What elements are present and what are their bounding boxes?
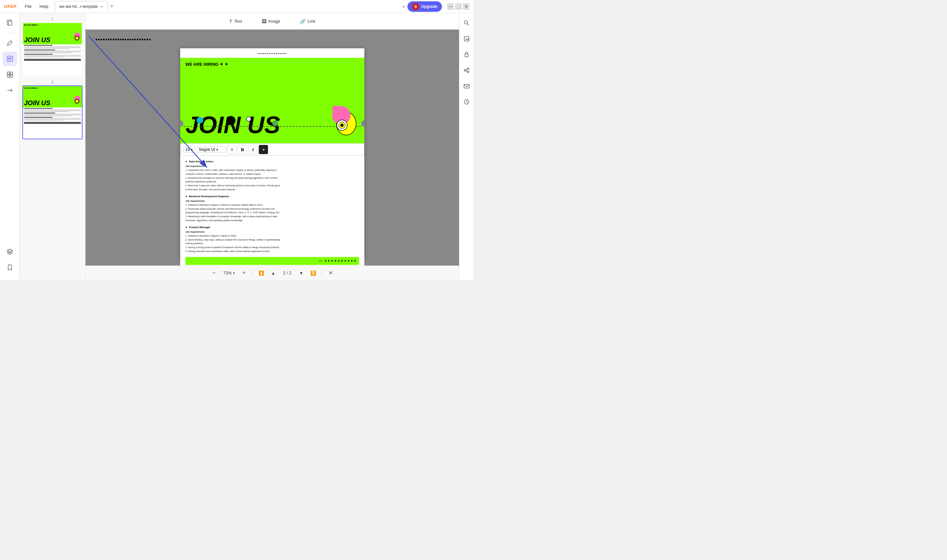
svg-line-29 <box>466 71 467 72</box>
sidebar-item-edit[interactable] <box>3 52 17 66</box>
font-size-dropdown-icon: ▾ <box>191 148 193 151</box>
svg-line-28 <box>466 69 467 70</box>
text-align-button[interactable]: ≡ <box>227 145 236 154</box>
right-sidebar-history[interactable] <box>459 95 474 109</box>
svg-rect-6 <box>7 72 9 74</box>
next-page-button[interactable]: ▼ <box>297 269 306 278</box>
section3-title[interactable]: Product Manager <box>185 225 359 229</box>
zoom-dropdown-icon: ▾ <box>233 271 235 275</box>
zoom-in-button[interactable]: + <box>239 269 249 278</box>
left-sidebar <box>0 13 20 280</box>
toolbar-text-item[interactable]: T Text <box>225 17 246 26</box>
section3-sublabel: Job requirements <box>185 230 359 234</box>
toolbar-link-item[interactable]: 🔗 Link <box>295 17 320 26</box>
prev-page-button[interactable]: ▲ <box>269 269 278 278</box>
sidebar-item-pages[interactable] <box>3 16 17 30</box>
maximize-button[interactable]: ⬜ <box>455 3 462 10</box>
upgrade-button[interactable]: B Upgrade <box>407 1 442 12</box>
menu-help[interactable]: Help <box>35 0 52 13</box>
close-window-button[interactable]: ✕ <box>463 3 470 10</box>
font-family-value: Segoe UI <box>199 147 215 152</box>
svg-point-27 <box>467 71 469 73</box>
section3-line-5: 4. Strong execution and coordination ski… <box>185 250 359 253</box>
italic-button[interactable]: I <box>248 145 257 154</box>
section1-line-1: 1. Graduated from 2024 or later, with a … <box>185 169 359 172</box>
titlebar-right: ▾ B Upgrade — ⬜ ✕ <box>403 1 473 12</box>
section1-title[interactable]: Data Science Intern <box>185 160 359 163</box>
thumbnail-panel: 1 WE ARE HIRING ✦ JOIN US <box>20 13 86 280</box>
text-edit-toolbar: 10 ▾ Segoe UI ▾ ≡ B I ▾ <box>180 143 364 156</box>
dropdown-chevron-icon[interactable]: ▾ <box>403 4 405 9</box>
page-2-thumbnail[interactable]: WE ARE HIRING ✦ JOIN US <box>22 85 83 139</box>
section3-line-1: 1. Obtained a bachelor's degree or above… <box>185 234 359 238</box>
right-sidebar-ocr[interactable]: Aa <box>459 32 474 46</box>
section1-line-5: 3. More than 3 days per week, with an in… <box>185 184 359 187</box>
right-sidebar-search[interactable] <box>459 16 474 30</box>
first-page-button[interactable]: ⏫ <box>257 269 266 278</box>
section2-line-1: 1. Obtained a bachelor's degree or above… <box>185 203 359 207</box>
zoom-out-button[interactable]: − <box>209 269 219 278</box>
section2-title[interactable]: Backend Development Engineer <box>185 195 359 198</box>
tab-document[interactable]: we-are-hir...r-template × <box>55 1 108 12</box>
text-tool-label: Text <box>234 19 242 24</box>
page-checker-footer: ▪▪ ✦✦✦✦✦✦✦✦✦✦ <box>185 257 359 265</box>
svg-rect-30 <box>464 85 469 88</box>
link-tool-label: Link <box>308 19 315 24</box>
section2-line-2: 2. Passionate about computer science and… <box>185 208 359 211</box>
user-avatar: B <box>412 3 419 10</box>
right-sidebar-email[interactable] <box>459 79 474 93</box>
minimize-button[interactable]: — <box>447 3 454 10</box>
font-family-dropdown-icon: ▾ <box>216 148 218 151</box>
font-family-selector[interactable]: Segoe UI ▾ <box>196 146 226 153</box>
dot-white <box>246 116 251 122</box>
hiring-label: WE ARE HIRING ✦ ✦ <box>185 62 228 67</box>
upgrade-label: Upgrade <box>421 4 437 9</box>
thumb-2-image: WE ARE HIRING ✦ JOIN US <box>23 86 82 139</box>
toolbar-image-item[interactable]: 🖼 Image <box>257 17 285 26</box>
content-scroll[interactable]: ▪▪▪▪▪▪▪▪▪▪▪▪▪▪▪▪▪▪▪▪▪▪▪ ▪▪▪▪▪▪▪▪▪▪▪▪▪▪▪▪ <box>86 29 459 266</box>
sidebar-item-layers[interactable] <box>3 245 17 259</box>
current-page: 2 <box>283 271 285 275</box>
checker-strip-top: ▪▪▪▪▪▪▪▪▪▪▪▪▪▪▪▪▪▪▪▪▪▪▪ <box>95 36 151 43</box>
svg-rect-7 <box>10 72 12 74</box>
sidebar-item-organize[interactable] <box>3 68 17 82</box>
sidebar-item-convert[interactable] <box>3 83 17 98</box>
app-logo: UPDF <box>0 4 21 9</box>
svg-rect-24 <box>465 54 468 57</box>
font-size-selector[interactable]: 10 ▾ <box>183 146 195 153</box>
tab-close-button[interactable]: × <box>100 4 103 9</box>
section1-line-3: 2. Mastering the principles of machine l… <box>185 177 359 180</box>
section3-line-3: solving problems; <box>185 242 359 245</box>
section1-line-2: computer science, mathematics, statistic… <box>185 172 359 176</box>
bottom-bar: − 72% ▾ + ⏫ ▲ 2 / 2 ▼ ⏬ ✕ <box>86 266 459 280</box>
svg-rect-9 <box>10 75 12 77</box>
ticket-notch-left <box>180 120 183 127</box>
window-controls: — ⬜ ✕ <box>445 3 470 10</box>
last-page-button[interactable]: ⏬ <box>308 269 318 278</box>
text-tool-icon: T <box>229 18 232 24</box>
thumb-1-image: WE ARE HIRING ✦ JOIN US <box>23 23 82 75</box>
bold-button[interactable]: B <box>238 145 247 154</box>
sidebar-divider-1 <box>5 33 15 33</box>
sidebar-item-annotate[interactable] <box>3 36 17 50</box>
section3-line-4: 3. Having a strong sense of platform fra… <box>185 246 359 249</box>
svg-point-19 <box>332 106 337 111</box>
sidebar-item-bookmark[interactable] <box>3 260 17 275</box>
right-sidebar-security[interactable] <box>459 47 474 62</box>
color-picker-button[interactable]: ▾ <box>259 145 268 154</box>
page-separator: / <box>287 271 289 275</box>
titlebar: UPDF File Help we-are-hir...r-template ×… <box>0 0 473 13</box>
page-1-thumbnail[interactable]: WE ARE HIRING ✦ JOIN US <box>22 22 83 76</box>
edit-toolbar: T Text 🖼 Image 🔗 Link <box>86 13 459 29</box>
menu-file[interactable]: File <box>21 0 35 13</box>
main-layout: 1 WE ARE HIRING ✦ JOIN US <box>0 13 473 280</box>
zoom-value-display[interactable]: 72% ▾ <box>221 269 237 277</box>
svg-line-21 <box>467 24 469 25</box>
close-edit-button[interactable]: ✕ <box>326 269 335 278</box>
tab-add-button[interactable]: + <box>108 2 116 11</box>
dot-black <box>226 116 236 125</box>
section1-line-6: to third year, first year, and second ye… <box>185 188 359 191</box>
font-size-value: 10 <box>185 147 190 152</box>
svg-rect-8 <box>7 75 9 77</box>
right-sidebar-share[interactable] <box>459 63 474 78</box>
